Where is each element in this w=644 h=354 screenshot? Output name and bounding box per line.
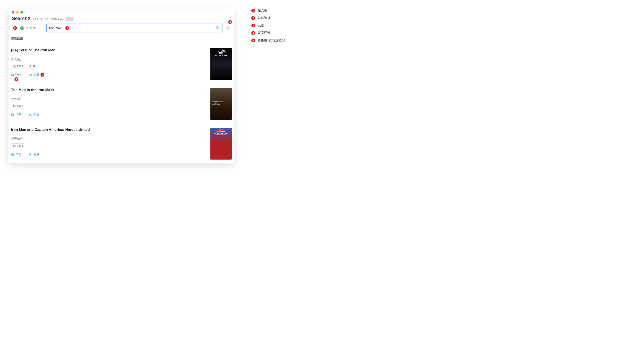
clock-icon <box>13 105 16 107</box>
app-tagline: 跨平台一站式搜索工具 <box>33 17 63 21</box>
legend-badge: 5 <box>251 38 255 42</box>
file-icon <box>11 73 14 76</box>
year-badge: 1977 <box>11 104 25 108</box>
file-icon <box>11 153 14 156</box>
svg-point-7 <box>30 74 31 75</box>
detail-button[interactable]: 详情 <box>11 73 21 77</box>
clock-icon <box>13 65 16 68</box>
legend-item: 5 直接跳转浏览器打开 <box>251 38 286 42</box>
callout-badge-4: 4 <box>14 77 18 81</box>
close-window-button[interactable] <box>12 11 14 13</box>
toolbar: 2 YTS YTS.MS 1 3 <box>8 24 234 35</box>
annotation-legend: 1 输入框 2 站点选择 3 设置 4 查看详情 5 直接跳转浏览器打开 <box>251 8 286 46</box>
result-title: Iron Man and Captain America: Heroes Uni… <box>11 128 207 132</box>
legend-badge: 3 <box>251 24 255 27</box>
site-select-label: YTS.MS <box>26 26 37 30</box>
result-summary: 暂无简介 <box>11 57 207 61</box>
result-summary: 暂无简介 <box>11 97 207 101</box>
traffic-lights <box>12 11 23 13</box>
app-window: SearchX 跨平台一站式搜索工具 0.2.0 2 YTS YTS.MS 1 … <box>8 8 234 163</box>
detail-button[interactable]: 详情 <box>11 113 21 117</box>
result-title: The Man in the Iron Mask <box>11 88 207 92</box>
result-item: Iron Man and Captain America: Heroes Uni… <box>11 124 232 163</box>
svg-line-1 <box>218 28 219 29</box>
result-poster: MARVEL IRONMAN CAPTAIN AMERICA HEROES UN… <box>210 128 232 160</box>
app-name: SearchX <box>12 16 31 21</box>
gear-icon <box>226 26 230 30</box>
legend-item: 4 查看详情 <box>251 31 286 35</box>
svg-point-2 <box>228 27 228 28</box>
svg-point-11 <box>30 114 31 115</box>
site-icon: YTS <box>20 26 24 30</box>
year-badge: 1989 <box>11 64 25 69</box>
svg-point-15 <box>30 154 31 155</box>
site-select[interactable]: 2 YTS YTS.MS <box>11 24 45 32</box>
legend-text: 输入框 <box>258 8 267 12</box>
search-icon[interactable] <box>215 25 220 31</box>
results-scroll-container[interactable]: 搜索结果 [JA] Tetsuo: The Iron Man 暂无简介 1989… <box>8 35 234 163</box>
maximize-window-button[interactable] <box>20 11 23 13</box>
eye-icon <box>29 73 32 76</box>
legend-text: 站点选择 <box>258 16 270 20</box>
titlebar <box>8 8 234 16</box>
result-item: [JA] Tetsuo: The Iron Man 暂无简介 1989 JA <box>11 44 232 84</box>
result-poster: The Man in the Iron Mask <box>210 88 232 120</box>
callout-badge-5: 5 <box>40 73 44 77</box>
callout-badge-2: 2 <box>13 26 17 30</box>
detail-button[interactable]: 详情 <box>11 153 21 156</box>
location-icon <box>28 65 31 68</box>
version-badge: 0.2.0 <box>66 17 73 21</box>
legend-item: 1 输入框 <box>251 8 286 12</box>
legend-text: 查看详情 <box>258 31 270 35</box>
legend-text: 直接跳转浏览器打开 <box>258 38 286 42</box>
view-button[interactable]: 查看 <box>29 73 40 77</box>
search-field-wrap: 1 <box>46 24 223 32</box>
minimize-window-button[interactable] <box>16 11 19 13</box>
result-title: [JA] Tetsuo: The Iron Man <box>11 48 207 52</box>
file-icon <box>11 113 14 116</box>
region-badge: JA <box>26 64 38 69</box>
result-summary: 暂无简介 <box>11 137 207 141</box>
app-header: SearchX 跨平台一站式搜索工具 0.2.0 <box>8 16 234 24</box>
eye-icon <box>29 153 32 156</box>
legend-badge: 1 <box>251 9 255 12</box>
legend-item: 3 设置 <box>251 23 286 27</box>
svg-point-4 <box>30 66 30 66</box>
year-badge: 2014 <box>11 143 25 148</box>
legend-text: 设置 <box>258 23 264 27</box>
svg-point-0 <box>216 26 218 28</box>
legend-item: 2 站点选择 <box>251 16 286 20</box>
callout-badge-1: 1 <box>66 26 69 30</box>
legend-badge: 2 <box>251 16 255 20</box>
search-input[interactable] <box>49 24 215 32</box>
settings-button[interactable]: 3 <box>224 24 232 32</box>
clock-icon <box>13 144 16 147</box>
results-section-title: 搜索结果 <box>11 35 232 44</box>
view-button[interactable]: 查看 <box>29 153 40 156</box>
view-button[interactable]: 查看 <box>29 113 40 117</box>
callout-badge-3: 3 <box>228 20 232 24</box>
result-item: The Man in the Iron Mask 暂无简介 1977 详情 <box>11 84 232 124</box>
legend-badge: 4 <box>251 31 255 35</box>
result-poster: TETSUO THE IRON MAN <box>210 48 232 80</box>
eye-icon <box>29 113 32 116</box>
